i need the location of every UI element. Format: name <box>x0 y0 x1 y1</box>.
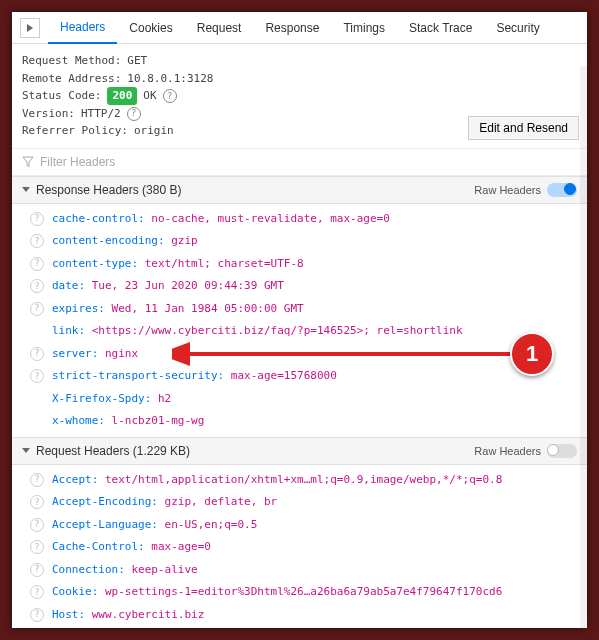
help-icon[interactable]: ? <box>30 563 44 577</box>
remote-value: 10.8.0.1:3128 <box>127 70 213 88</box>
header-value: en-US,en;q=0.5 <box>158 518 257 531</box>
remote-label: Remote Address: <box>22 70 121 88</box>
toggle-panel-icon[interactable] <box>20 18 40 38</box>
help-icon[interactable]: ? <box>127 107 141 121</box>
header-row: ?Cookie: wp-settings-1=editor%3Dhtml%26…… <box>12 581 587 604</box>
header-value: <https://www.cyberciti.biz/faq/?p=146525… <box>85 324 463 337</box>
header-value: nginx <box>98 347 138 360</box>
header-value: www.cyberciti.biz <box>85 608 204 621</box>
header-name: Accept: <box>52 473 98 486</box>
header-value: max-age=15768000 <box>224 369 337 382</box>
version-value: HTTP/2 <box>81 105 121 123</box>
version-label: Version: <box>22 105 75 123</box>
raw-headers-toggle[interactable] <box>547 183 577 197</box>
help-icon[interactable]: ? <box>30 518 44 532</box>
header-row: ?cache-control: no-cache, must-revalidat… <box>12 208 587 231</box>
header-name: server: <box>52 347 98 360</box>
request-head[interactable]: Request Headers (1.229 KB) Raw Headers <box>12 437 587 465</box>
header-name: expires: <box>52 302 105 315</box>
help-icon[interactable]: ? <box>30 212 44 226</box>
help-icon[interactable]: ? <box>30 585 44 599</box>
filter-placeholder: Filter Headers <box>40 155 115 169</box>
tab-headers[interactable]: Headers <box>48 12 117 44</box>
header-value: no-cache, must-revalidate, max-age=0 <box>145 212 390 225</box>
method-value: GET <box>127 52 147 70</box>
header-name: Cache-Control: <box>52 540 145 553</box>
header-name: x-whome: <box>52 414 105 427</box>
referrer-label: Referrer Policy: <box>22 122 128 140</box>
status-badge: 200 <box>107 87 137 105</box>
header-value: Wed, 11 Jan 1984 05:00:00 GMT <box>105 302 304 315</box>
referrer-value: origin <box>134 122 174 140</box>
help-icon[interactable]: ? <box>30 347 44 361</box>
tab-security[interactable]: Security <box>484 13 551 43</box>
scrollbar-track[interactable] <box>580 66 587 628</box>
header-name: Accept-Language: <box>52 518 158 531</box>
header-value: text/html,application/xhtml+xm…ml;q=0.9,… <box>98 473 502 486</box>
header-name: cache-control: <box>52 212 145 225</box>
header-value: max-age=0 <box>145 540 211 553</box>
filter-row[interactable]: Filter Headers <box>12 149 587 176</box>
help-icon[interactable]: ? <box>30 473 44 487</box>
header-value: h2 <box>151 392 171 405</box>
tab-request[interactable]: Request <box>185 13 254 43</box>
tab-timings[interactable]: Timings <box>331 13 397 43</box>
header-row: ?content-encoding: gzip <box>12 230 587 253</box>
header-row: ?Cache-Control: max-age=0 <box>12 536 587 559</box>
request-headers-list: ?Accept: text/html,application/xhtml+xm…… <box>12 465 587 628</box>
tab-response[interactable]: Response <box>253 13 331 43</box>
help-icon[interactable]: ? <box>30 279 44 293</box>
header-name: X-Firefox-Spdy: <box>52 392 151 405</box>
header-row: ?link: <https://www.cyberciti.biz/faq/?p… <box>12 320 587 343</box>
request-meta: Request Method: GET Remote Address: 10.8… <box>12 44 587 149</box>
header-name: Cookie: <box>52 585 98 598</box>
response-headers-list: ?cache-control: no-cache, must-revalidat… <box>12 204 587 437</box>
header-name: strict-transport-security: <box>52 369 224 382</box>
tab-stack-trace[interactable]: Stack Trace <box>397 13 484 43</box>
header-name: Connection: <box>52 563 125 576</box>
header-value: wp-settings-1=editor%3Dhtml%26…a26ba6a79… <box>98 585 502 598</box>
header-value: Tue, 23 Jun 2020 09:44:39 GMT <box>85 279 284 292</box>
header-name: content-type: <box>52 257 138 270</box>
svg-marker-0 <box>27 24 33 32</box>
raw-headers-label: Raw Headers <box>474 445 541 457</box>
help-icon[interactable]: ? <box>30 302 44 316</box>
filter-icon <box>22 156 34 168</box>
header-row: ?Accept-Language: en-US,en;q=0.5 <box>12 514 587 537</box>
header-row: ?Connection: keep-alive <box>12 559 587 582</box>
edit-resend-button[interactable]: Edit and Resend <box>468 116 579 140</box>
header-name: date: <box>52 279 85 292</box>
chevron-down-icon <box>22 448 30 453</box>
header-row: ?Accept-Encoding: gzip, deflate, br <box>12 491 587 514</box>
status-label: Status Code: <box>22 87 101 105</box>
tab-cookies[interactable]: Cookies <box>117 13 184 43</box>
header-row: ?server: nginx <box>12 343 587 366</box>
header-row: ?x-whome: l-ncbz01-mg-wg <box>12 410 587 433</box>
response-head[interactable]: Response Headers (380 B) Raw Headers <box>12 176 587 204</box>
help-icon[interactable]: ? <box>30 234 44 248</box>
raw-headers-toggle[interactable] <box>547 444 577 458</box>
header-value: text/html; charset=UTF-8 <box>138 257 304 270</box>
help-icon[interactable]: ? <box>30 495 44 509</box>
help-icon[interactable]: ? <box>163 89 177 103</box>
chevron-down-icon <box>22 187 30 192</box>
header-name: Host: <box>52 608 85 621</box>
help-icon[interactable]: ? <box>30 257 44 271</box>
header-name: content-encoding: <box>52 234 165 247</box>
header-value: keep-alive <box>125 563 198 576</box>
method-label: Request Method: <box>22 52 121 70</box>
header-value: gzip, deflate, br <box>158 495 277 508</box>
header-row: ?date: Tue, 23 Jun 2020 09:44:39 GMT <box>12 275 587 298</box>
help-icon[interactable]: ? <box>30 608 44 622</box>
help-icon[interactable]: ? <box>30 369 44 383</box>
response-title: Response Headers (380 B) <box>36 183 181 197</box>
help-icon[interactable]: ? <box>30 540 44 554</box>
header-value: l-ncbz01-mg-wg <box>105 414 204 427</box>
raw-headers-label: Raw Headers <box>474 184 541 196</box>
header-value: gzip <box>165 234 198 247</box>
network-detail-panel: Headers Cookies Request Response Timings… <box>12 12 587 628</box>
request-title: Request Headers (1.229 KB) <box>36 444 190 458</box>
header-row: ?strict-transport-security: max-age=1576… <box>12 365 587 388</box>
header-row: ?X-Firefox-Spdy: h2 <box>12 388 587 411</box>
header-row: ?Accept: text/html,application/xhtml+xm…… <box>12 469 587 492</box>
